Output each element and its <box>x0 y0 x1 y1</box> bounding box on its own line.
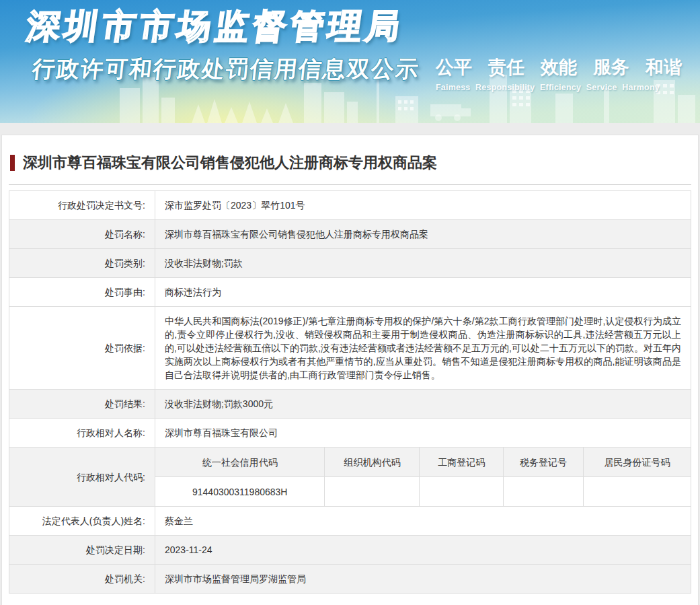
field-label: 处罚类别: <box>9 249 155 278</box>
banner-values-block: 公平 责任 效能 服务 和谐 Faimess Responsibility Ef… <box>436 55 685 92</box>
content-card: 深圳市尊百福珠宝有限公司销售侵犯他人注册商标专用权商品案 行政处罚决定书文号: … <box>1 135 699 605</box>
code-value <box>504 477 584 507</box>
value-cn-efficiency: 效能 <box>541 55 577 79</box>
code-col-header: 居民身份证号码 <box>583 448 691 477</box>
values-en-row: Faimess Responsibility Efficiency Servic… <box>436 83 685 92</box>
table-row: 处罚名称: 深圳市尊百福珠宝有限公司销售侵犯他人注册商标专用权商品案 <box>9 220 691 249</box>
code-col-header: 税务登记号 <box>504 448 584 477</box>
field-value: 深圳市市场监督管理局罗湖监管局 <box>155 565 691 594</box>
code-col-header: 组织机构代码 <box>325 448 420 477</box>
code-value <box>325 477 420 507</box>
value-cn-service: 服务 <box>593 55 629 79</box>
code-value <box>420 477 504 507</box>
case-title-row: 深圳市尊百福珠宝有限公司销售侵犯他人注册商标专用权商品案 <box>9 153 691 173</box>
value-cn-fairness: 公平 <box>436 55 472 79</box>
field-label: 行政处罚决定书文号: <box>9 191 155 220</box>
field-value: 蔡金兰 <box>155 507 691 536</box>
code-col-header: 统一社会信用代码 <box>155 448 324 477</box>
values-cn-row: 公平 责任 效能 服务 和谐 <box>436 55 685 79</box>
table-row: 行政处罚决定书文号: 深市监罗处罚〔2023〕翠竹101号 <box>9 191 691 220</box>
code-value: 91440300311980683H <box>155 477 324 507</box>
field-value: 2023-11-24 <box>155 536 691 565</box>
table-row: 处罚事由: 商标违法行为 <box>9 278 691 307</box>
header-banner: 深圳市市场监督管理局 行政许可和行政处罚信用信息双公示 公平 责任 效能 服务 … <box>0 0 700 123</box>
field-value: 深市监罗处罚〔2023〕翠竹101号 <box>155 191 691 220</box>
table-row: 处罚决定日期: 2023-11-24 <box>9 536 691 565</box>
table-row-code-headers: 行政相对人代码: 统一社会信用代码 组织机构代码 工商登记码 税务登记号 居民身… <box>9 448 691 477</box>
field-label: 法定代表人(负责人)姓名: <box>9 507 155 536</box>
field-label: 行政相对人代码: <box>9 448 155 507</box>
penalty-detail-table: 行政处罚决定书文号: 深市监罗处罚〔2023〕翠竹101号 处罚名称: 深圳市尊… <box>9 190 691 594</box>
value-cn-harmony: 和谐 <box>646 55 682 79</box>
table-row: 处罚机关: 深圳市市场监督管理局罗湖监管局 <box>9 565 691 594</box>
field-value: 深圳市尊百福珠宝有限公司 <box>155 419 691 448</box>
field-value: 深圳市尊百福珠宝有限公司销售侵犯他人注册商标专用权商品案 <box>155 220 691 249</box>
table-row: 处罚结果: 没收非法财物;罚款3000元 <box>9 390 691 419</box>
table-row: 处罚类别: 没收非法财物;罚款 <box>9 249 691 278</box>
field-label: 处罚决定日期: <box>9 536 155 565</box>
field-value: 没收非法财物;罚款 <box>155 249 691 278</box>
banner-subtitle: 行政许可和行政处罚信用信息双公示 <box>31 54 422 85</box>
field-value: 商标违法行为 <box>155 278 691 307</box>
case-title: 深圳市尊百福珠宝有限公司销售侵犯他人注册商标专用权商品案 <box>23 153 437 173</box>
field-label: 处罚依据: <box>9 307 155 390</box>
agency-title: 深圳市市场监督管理局 <box>24 4 406 49</box>
table-row: 法定代表人(负责人)姓名: 蔡金兰 <box>9 507 691 536</box>
field-value: 中华人民共和国商标法(2019修正)/第七章注册商标专用权的保护/第六十条/第2… <box>155 307 691 390</box>
code-value <box>583 477 691 507</box>
title-divider <box>9 184 691 185</box>
table-row: 行政相对人名称: 深圳市尊百福珠宝有限公司 <box>9 419 691 448</box>
field-label: 处罚机关: <box>9 565 155 594</box>
value-cn-responsibility: 责任 <box>488 55 524 79</box>
field-value: 没收非法财物;罚款3000元 <box>155 390 691 419</box>
field-label: 处罚名称: <box>9 220 155 249</box>
field-label: 处罚事由: <box>9 278 155 307</box>
code-col-header: 工商登记码 <box>420 448 504 477</box>
table-row: 处罚依据: 中华人民共和国商标法(2019修正)/第七章注册商标专用权的保护/第… <box>9 307 691 390</box>
field-label: 处罚结果: <box>9 390 155 419</box>
title-accent-bar <box>10 155 15 171</box>
field-label: 行政相对人名称: <box>9 419 155 448</box>
